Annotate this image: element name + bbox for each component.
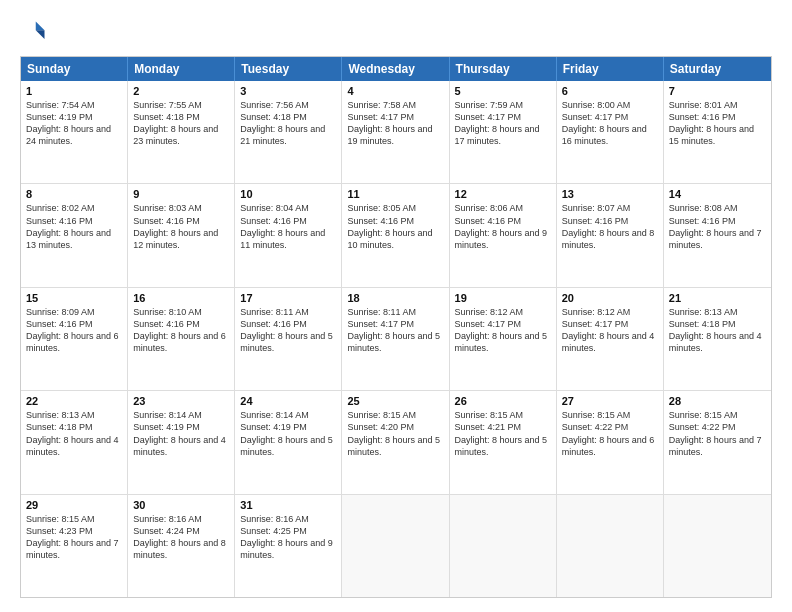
day-info: Sunrise: 7:56 AMSunset: 4:18 PMDaylight:… (240, 99, 336, 148)
day-info: Sunrise: 8:13 AMSunset: 4:18 PMDaylight:… (669, 306, 766, 355)
day-number: 28 (669, 395, 766, 407)
day-info: Sunrise: 8:08 AMSunset: 4:16 PMDaylight:… (669, 202, 766, 251)
empty-cell (342, 495, 449, 597)
logo-icon (20, 18, 48, 46)
header-day-tuesday: Tuesday (235, 57, 342, 81)
day-number: 3 (240, 85, 336, 97)
day-number: 30 (133, 499, 229, 511)
day-number: 21 (669, 292, 766, 304)
day-info: Sunrise: 8:07 AMSunset: 4:16 PMDaylight:… (562, 202, 658, 251)
day-cell-6: 6Sunrise: 8:00 AMSunset: 4:17 PMDaylight… (557, 81, 664, 183)
day-number: 15 (26, 292, 122, 304)
day-cell-27: 27Sunrise: 8:15 AMSunset: 4:22 PMDayligh… (557, 391, 664, 493)
day-number: 14 (669, 188, 766, 200)
day-number: 31 (240, 499, 336, 511)
header-day-saturday: Saturday (664, 57, 771, 81)
day-info: Sunrise: 8:13 AMSunset: 4:18 PMDaylight:… (26, 409, 122, 458)
svg-marker-1 (36, 30, 45, 39)
day-number: 10 (240, 188, 336, 200)
day-cell-21: 21Sunrise: 8:13 AMSunset: 4:18 PMDayligh… (664, 288, 771, 390)
day-info: Sunrise: 8:04 AMSunset: 4:16 PMDaylight:… (240, 202, 336, 251)
day-cell-8: 8Sunrise: 8:02 AMSunset: 4:16 PMDaylight… (21, 184, 128, 286)
day-cell-17: 17Sunrise: 8:11 AMSunset: 4:16 PMDayligh… (235, 288, 342, 390)
header-day-monday: Monday (128, 57, 235, 81)
calendar-body: 1Sunrise: 7:54 AMSunset: 4:19 PMDaylight… (21, 81, 771, 597)
day-cell-29: 29Sunrise: 8:15 AMSunset: 4:23 PMDayligh… (21, 495, 128, 597)
day-cell-30: 30Sunrise: 8:16 AMSunset: 4:24 PMDayligh… (128, 495, 235, 597)
header-day-sunday: Sunday (21, 57, 128, 81)
day-number: 19 (455, 292, 551, 304)
day-cell-3: 3Sunrise: 7:56 AMSunset: 4:18 PMDaylight… (235, 81, 342, 183)
empty-cell (557, 495, 664, 597)
day-number: 16 (133, 292, 229, 304)
day-number: 12 (455, 188, 551, 200)
day-info: Sunrise: 8:02 AMSunset: 4:16 PMDaylight:… (26, 202, 122, 251)
day-number: 25 (347, 395, 443, 407)
day-info: Sunrise: 7:54 AMSunset: 4:19 PMDaylight:… (26, 99, 122, 148)
day-info: Sunrise: 8:12 AMSunset: 4:17 PMDaylight:… (562, 306, 658, 355)
day-info: Sunrise: 8:14 AMSunset: 4:19 PMDaylight:… (133, 409, 229, 458)
day-info: Sunrise: 8:15 AMSunset: 4:20 PMDaylight:… (347, 409, 443, 458)
header (20, 18, 772, 46)
day-number: 18 (347, 292, 443, 304)
page: SundayMondayTuesdayWednesdayThursdayFrid… (0, 0, 792, 612)
day-info: Sunrise: 8:10 AMSunset: 4:16 PMDaylight:… (133, 306, 229, 355)
calendar-header: SundayMondayTuesdayWednesdayThursdayFrid… (21, 57, 771, 81)
day-info: Sunrise: 8:15 AMSunset: 4:23 PMDaylight:… (26, 513, 122, 562)
day-number: 8 (26, 188, 122, 200)
day-number: 11 (347, 188, 443, 200)
day-cell-14: 14Sunrise: 8:08 AMSunset: 4:16 PMDayligh… (664, 184, 771, 286)
day-number: 6 (562, 85, 658, 97)
day-cell-7: 7Sunrise: 8:01 AMSunset: 4:16 PMDaylight… (664, 81, 771, 183)
day-info: Sunrise: 8:16 AMSunset: 4:24 PMDaylight:… (133, 513, 229, 562)
header-day-wednesday: Wednesday (342, 57, 449, 81)
day-cell-16: 16Sunrise: 8:10 AMSunset: 4:16 PMDayligh… (128, 288, 235, 390)
day-cell-26: 26Sunrise: 8:15 AMSunset: 4:21 PMDayligh… (450, 391, 557, 493)
logo (20, 18, 52, 46)
day-cell-20: 20Sunrise: 8:12 AMSunset: 4:17 PMDayligh… (557, 288, 664, 390)
day-info: Sunrise: 8:16 AMSunset: 4:25 PMDaylight:… (240, 513, 336, 562)
day-cell-13: 13Sunrise: 8:07 AMSunset: 4:16 PMDayligh… (557, 184, 664, 286)
day-number: 29 (26, 499, 122, 511)
day-info: Sunrise: 7:58 AMSunset: 4:17 PMDaylight:… (347, 99, 443, 148)
day-cell-10: 10Sunrise: 8:04 AMSunset: 4:16 PMDayligh… (235, 184, 342, 286)
day-info: Sunrise: 8:00 AMSunset: 4:17 PMDaylight:… (562, 99, 658, 148)
day-number: 5 (455, 85, 551, 97)
day-number: 9 (133, 188, 229, 200)
header-day-thursday: Thursday (450, 57, 557, 81)
day-cell-22: 22Sunrise: 8:13 AMSunset: 4:18 PMDayligh… (21, 391, 128, 493)
day-info: Sunrise: 8:05 AMSunset: 4:16 PMDaylight:… (347, 202, 443, 251)
day-number: 7 (669, 85, 766, 97)
week-row-5: 29Sunrise: 8:15 AMSunset: 4:23 PMDayligh… (21, 494, 771, 597)
day-number: 27 (562, 395, 658, 407)
day-number: 24 (240, 395, 336, 407)
day-info: Sunrise: 8:09 AMSunset: 4:16 PMDaylight:… (26, 306, 122, 355)
empty-cell (450, 495, 557, 597)
day-info: Sunrise: 8:14 AMSunset: 4:19 PMDaylight:… (240, 409, 336, 458)
day-number: 13 (562, 188, 658, 200)
day-number: 22 (26, 395, 122, 407)
day-cell-4: 4Sunrise: 7:58 AMSunset: 4:17 PMDaylight… (342, 81, 449, 183)
week-row-1: 1Sunrise: 7:54 AMSunset: 4:19 PMDaylight… (21, 81, 771, 183)
week-row-4: 22Sunrise: 8:13 AMSunset: 4:18 PMDayligh… (21, 390, 771, 493)
day-cell-11: 11Sunrise: 8:05 AMSunset: 4:16 PMDayligh… (342, 184, 449, 286)
day-number: 26 (455, 395, 551, 407)
day-cell-28: 28Sunrise: 8:15 AMSunset: 4:22 PMDayligh… (664, 391, 771, 493)
day-number: 17 (240, 292, 336, 304)
day-info: Sunrise: 7:55 AMSunset: 4:18 PMDaylight:… (133, 99, 229, 148)
day-info: Sunrise: 8:11 AMSunset: 4:16 PMDaylight:… (240, 306, 336, 355)
day-cell-24: 24Sunrise: 8:14 AMSunset: 4:19 PMDayligh… (235, 391, 342, 493)
day-cell-25: 25Sunrise: 8:15 AMSunset: 4:20 PMDayligh… (342, 391, 449, 493)
day-info: Sunrise: 8:15 AMSunset: 4:22 PMDaylight:… (562, 409, 658, 458)
week-row-2: 8Sunrise: 8:02 AMSunset: 4:16 PMDaylight… (21, 183, 771, 286)
day-info: Sunrise: 8:03 AMSunset: 4:16 PMDaylight:… (133, 202, 229, 251)
day-info: Sunrise: 8:15 AMSunset: 4:21 PMDaylight:… (455, 409, 551, 458)
day-number: 23 (133, 395, 229, 407)
calendar: SundayMondayTuesdayWednesdayThursdayFrid… (20, 56, 772, 598)
day-cell-5: 5Sunrise: 7:59 AMSunset: 4:17 PMDaylight… (450, 81, 557, 183)
header-day-friday: Friday (557, 57, 664, 81)
day-info: Sunrise: 7:59 AMSunset: 4:17 PMDaylight:… (455, 99, 551, 148)
day-cell-1: 1Sunrise: 7:54 AMSunset: 4:19 PMDaylight… (21, 81, 128, 183)
day-number: 20 (562, 292, 658, 304)
day-cell-18: 18Sunrise: 8:11 AMSunset: 4:17 PMDayligh… (342, 288, 449, 390)
